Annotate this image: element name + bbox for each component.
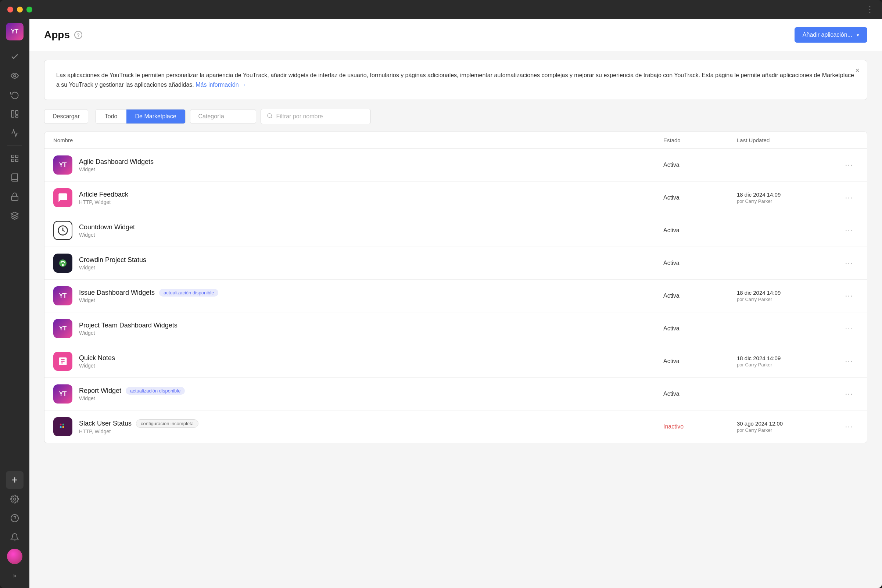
sidebar-item-history[interactable] — [6, 86, 24, 104]
app-name: Report Widget — [79, 387, 121, 395]
sidebar-item-layers[interactable] — [6, 207, 24, 225]
row-more-button[interactable]: ··· — [840, 226, 858, 235]
update-badge: actualización disponible — [159, 289, 218, 297]
app-info: Quick Notes Widget — [53, 352, 663, 371]
svg-rect-5 — [15, 155, 18, 158]
row-more-button[interactable]: ··· — [840, 422, 858, 432]
sidebar-item-book[interactable] — [6, 169, 24, 186]
sidebar-item-add[interactable] — [6, 471, 24, 489]
svg-rect-4 — [11, 155, 14, 158]
info-banner-close-button[interactable]: × — [855, 66, 860, 75]
sidebar-expand-icon[interactable]: » — [6, 567, 24, 584]
svg-rect-24 — [60, 424, 62, 426]
table-row: YT Report Widget actualización disponibl… — [45, 378, 867, 411]
app-last-updated: 30 ago 2024 12:00 por Carry Parker — [737, 420, 840, 433]
column-actions — [840, 137, 858, 143]
info-link[interactable]: Más información → — [195, 82, 246, 88]
sidebar-item-timer[interactable] — [6, 188, 24, 206]
row-more-button[interactable]: ··· — [840, 193, 858, 202]
tab-all[interactable]: Todo — [96, 110, 126, 123]
row-more-button[interactable]: ··· — [840, 357, 858, 366]
table-row: YT Project Team Dashboard Widgets Widget… — [45, 312, 867, 345]
app-info: Slack User Status configuración incomple… — [53, 417, 663, 436]
app-icon-report-widget: YT — [53, 384, 72, 404]
row-more-button[interactable]: ··· — [840, 258, 858, 268]
table-row: Countdown Widget Widget Activa ··· — [45, 214, 867, 247]
app-last-updated: 18 dic 2024 14:09 por Carry Parker — [737, 290, 840, 302]
table-row: Article Feedback HTTP, Widget Activa 18 … — [45, 182, 867, 214]
table-row: Slack User Status configuración incomple… — [45, 411, 867, 443]
sidebar-divider — [8, 146, 22, 146]
table-row: YT Issue Dashboard Widgets actualización… — [45, 280, 867, 312]
svg-rect-7 — [15, 159, 18, 162]
sidebar-item-settings[interactable] — [6, 490, 24, 508]
table-container: Nombre Estado Last Updated YT Agile Das — [29, 132, 882, 588]
app-status: Activa — [663, 325, 737, 332]
search-box[interactable]: Filtrar por nombre — [261, 109, 371, 124]
app-info: YT Agile Dashboard Widgets Widget — [53, 156, 663, 175]
svg-rect-6 — [11, 159, 14, 162]
sidebar-item-eye[interactable] — [6, 67, 24, 84]
tab-marketplace[interactable]: De Marketplace — [126, 110, 185, 123]
row-more-button[interactable]: ··· — [840, 160, 858, 170]
app-type: Widget — [79, 265, 146, 270]
category-select[interactable]: Categoría — [190, 109, 256, 124]
add-app-button[interactable]: Añadir aplicación... ▾ — [795, 27, 867, 43]
app-info: YT Report Widget actualización disponibl… — [53, 384, 663, 404]
dropdown-chevron-icon: ▾ — [856, 32, 859, 38]
svg-rect-27 — [63, 426, 64, 428]
download-button[interactable]: Descargar — [44, 109, 88, 124]
app-type: HTTP, Widget — [79, 429, 198, 434]
sidebar-item-user-avatar[interactable] — [6, 548, 24, 565]
app-name: Quick Notes — [79, 354, 115, 362]
info-banner: Las aplicaciones de YouTrack le permiten… — [44, 60, 867, 100]
row-more-button[interactable]: ··· — [840, 291, 858, 301]
minimize-button[interactable] — [17, 7, 23, 12]
close-button[interactable] — [8, 7, 13, 12]
content-area: Apps ? Añadir aplicación... ▾ Las aplica… — [29, 19, 882, 588]
sidebar-bottom: » — [6, 471, 24, 584]
sidebar-item-notifications[interactable] — [6, 528, 24, 546]
app-icon-quick-notes — [53, 352, 72, 371]
main-layout: YT — [0, 19, 882, 588]
app-status: Activa — [663, 391, 737, 397]
app-last-updated: 18 dic 2024 14:09 por Carry Parker — [737, 355, 840, 368]
app-type: Widget — [79, 363, 115, 369]
app-info: YT Project Team Dashboard Widgets Widget — [53, 319, 663, 338]
app-status: Activa — [663, 162, 737, 168]
svg-line-16 — [271, 117, 272, 118]
app-type: Widget — [79, 395, 185, 401]
svg-point-0 — [14, 75, 16, 77]
sidebar-item-board[interactable] — [6, 105, 24, 123]
search-placeholder: Filtrar por nombre — [276, 113, 323, 120]
help-icon-button[interactable]: ? — [74, 31, 82, 39]
app-info: Crowdin Project Status Widget — [53, 254, 663, 273]
sidebar-item-chart[interactable] — [6, 124, 24, 142]
app-icon-countdown — [53, 221, 72, 240]
sidebar-item-grid[interactable] — [6, 150, 24, 167]
row-more-button[interactable]: ··· — [840, 324, 858, 333]
app-info: Article Feedback HTTP, Widget — [53, 188, 663, 207]
sidebar: YT — [0, 19, 29, 588]
svg-marker-9 — [11, 212, 18, 216]
row-more-button[interactable]: ··· — [840, 389, 858, 399]
table-row: YT Agile Dashboard Widgets Widget Activa… — [45, 149, 867, 182]
app-icon-slack — [53, 417, 72, 436]
app-status: Activa — [663, 227, 737, 234]
app-name: Countdown Widget — [79, 224, 135, 231]
traffic-lights — [8, 7, 32, 12]
app-status: Activa — [663, 260, 737, 266]
app-type: Widget — [79, 232, 135, 238]
column-status: Estado — [663, 137, 737, 143]
user-avatar — [7, 549, 22, 564]
sidebar-item-help[interactable] — [6, 509, 24, 527]
more-options-icon[interactable]: ⋮ — [866, 5, 874, 14]
app-status: Activa — [663, 292, 737, 299]
maximize-button[interactable] — [27, 7, 32, 12]
sidebar-item-check[interactable] — [6, 48, 24, 65]
incomplete-badge: configuración incompleta — [136, 419, 198, 428]
app-icon-issue-dashboard: YT — [53, 286, 72, 305]
content-header: Apps ? Añadir aplicación... ▾ — [29, 19, 882, 51]
logo-avatar[interactable]: YT — [6, 23, 24, 40]
app-type: HTTP, Widget — [79, 199, 128, 205]
